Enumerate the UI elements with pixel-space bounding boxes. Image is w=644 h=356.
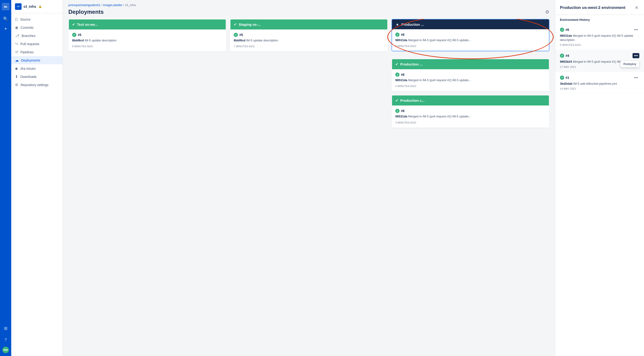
production-card-2-header: ✔ Production ... <box>392 59 549 69</box>
deployments-label: Deployments <box>21 58 40 62</box>
production-card-1-body: ✔ #6 98531da Merged in IM-5 (pull reques… <box>392 29 549 51</box>
staging-check-icon: ✔ <box>234 22 237 27</box>
source-icon: ⟨⟩ <box>15 17 18 21</box>
test-card-body: ✔ #5 8bbf8cd IM-5 update description 8 M… <box>69 29 226 51</box>
pipelines-label: Pipelines <box>20 50 34 54</box>
test-build-check: ✔ <box>72 33 76 37</box>
history-item-2: ✔ #4 ••• 9863b24 Merged in IM-5 (pull re… <box>555 50 644 72</box>
history-hash-1: 98531da <box>560 34 572 37</box>
production-card-3-header: ✔ Production c... <box>392 95 549 106</box>
redeploy-tooltip[interactable]: Redeploy <box>620 61 639 67</box>
history-build-num-3: #1 <box>566 76 569 80</box>
deployments-icon: ☁ <box>15 58 19 62</box>
history-commit-1: 98531da Merged in IM-5 (pull request #2)… <box>560 34 639 42</box>
staging-card[interactable]: ✔ Staging us-... ✔ #5 8bbf8cd IM-5 updat… <box>230 19 388 51</box>
sidebar-item-pipelines[interactable]: ↺ Pipelines <box>11 48 62 56</box>
sidebar-item-deployments[interactable]: ☁ Deployments <box>11 56 62 64</box>
test-commit-hash: 8bbf8cd <box>72 39 84 42</box>
nav-logo[interactable] <box>2 3 9 10</box>
production-card-2[interactable]: ✔ Production ... ✔ #6 98531da Merged in … <box>392 59 550 91</box>
history-msg-text-3: IM-5 add bitbucket-pipelines.yml <box>573 82 617 85</box>
commits-icon: ◉ <box>15 25 18 30</box>
right-panel-header: Production us-west-2 environment ✕ <box>555 0 644 15</box>
test-card-header: ✔ Test us-we... <box>69 19 226 29</box>
pull-requests-icon: ⥃ <box>15 42 18 46</box>
prod-commit-hash-3: 98531da <box>395 115 407 118</box>
prod-deploy-time-1: 5 MINUTES AGO <box>395 45 546 47</box>
env-history-list: ✔ #6 ••• 98531da Merged in IM-5 (pull re… <box>555 24 644 356</box>
prod-commit-hash-2: 98531da <box>395 78 407 82</box>
history-commit-3: 3bd2dab IM-5 add bitbucket-pipelines.yml <box>560 82 639 86</box>
history-item-3: ✔ #1 ••• 3bd2dab IM-5 add bitbucket-pipe… <box>555 72 644 94</box>
prod-build-check-2: ✔ <box>395 72 400 77</box>
jira-label: Jira issues <box>20 67 36 70</box>
sidebar-item-branches[interactable]: ⎇ Branches <box>11 31 62 40</box>
production-build-num-row-1: ✔ #6 <box>395 32 546 37</box>
production-column: ◉ Production ... ✔ #6 98531da Merged in … <box>392 19 550 132</box>
history-more-btn-2[interactable]: ••• <box>632 53 639 58</box>
staging-card-body: ✔ #5 8bbf8cd IM-5 update description 7 M… <box>230 29 387 51</box>
sidebar-item-jira-issues[interactable]: ◆ Jira issues <box>11 64 62 72</box>
deployments-content: ✔ Test us-we... ✔ #5 8bbf8cd IM-5 update… <box>63 19 555 356</box>
search-nav-icon[interactable]: 🔍 <box>1 14 10 24</box>
staging-deploy-time: 7 MINUTES AGO <box>234 45 384 48</box>
page-settings-icon[interactable]: ⚙ <box>545 9 550 15</box>
test-check-icon: ✔ <box>72 22 75 27</box>
test-build-num-row: ✔ #5 <box>72 33 222 37</box>
sidebar-item-downloads[interactable]: ⬇ Downloads <box>11 72 62 81</box>
breadcrumb-repo[interactable]: ImageLabeller <box>103 3 122 7</box>
test-card[interactable]: ✔ Test us-we... ✔ #5 8bbf8cd IM-5 update… <box>68 19 226 51</box>
env-history-label: Environment History <box>555 15 644 24</box>
history-more-btn-3[interactable]: ••• <box>632 75 639 80</box>
prod-commit-hash-1: 98531da <box>395 38 407 42</box>
history-build-2: ✔ #4 <box>560 54 569 58</box>
history-item-2-header: ✔ #4 ••• <box>560 53 639 58</box>
nav-bar: 🔍 + ⊞ ? WM <box>0 0 11 356</box>
prod-build-num-3: #6 <box>401 109 405 113</box>
history-hash-2: 9863b24 <box>560 60 572 63</box>
sidebar-item-commits[interactable]: ◉ Commits <box>11 23 62 31</box>
source-label: Source <box>20 17 30 21</box>
production-card-3[interactable]: ✔ Production c... ✔ #6 98531da Merged in… <box>392 95 550 128</box>
staging-card-header: ✔ Staging us-... <box>230 19 387 29</box>
staging-build-check: ✔ <box>234 33 238 37</box>
sidebar-item-source[interactable]: ⟨⟩ Source <box>11 15 62 23</box>
close-panel-button[interactable]: ✕ <box>634 4 639 11</box>
production-card-2-body: ✔ #6 98531da Merged in IM-5 (pull reques… <box>392 69 549 91</box>
production-dark-check: ◉ <box>395 22 400 26</box>
prod-build-num-1: #6 <box>401 33 405 36</box>
jira-icon: ◆ <box>15 66 18 71</box>
breadcrumb: pmmquickstartguides01 / ImageLabeller / … <box>63 0 555 7</box>
user-avatar[interactable]: WM <box>2 347 9 353</box>
history-item-1-header: ✔ #6 ••• <box>560 27 639 32</box>
page-title: Deployments <box>68 9 104 15</box>
sidebar-item-repo-settings[interactable]: ⚙ Repository settings <box>11 81 62 89</box>
history-build-num-1: #6 <box>566 28 569 31</box>
add-nav-icon[interactable]: + <box>2 24 9 34</box>
staging-commit-hash: 8bbf8cd <box>234 39 246 42</box>
staging-build-num: #5 <box>239 33 243 37</box>
help-nav-icon[interactable]: ? <box>2 335 9 345</box>
history-item-1: ✔ #6 ••• 98531da Merged in IM-5 (pull re… <box>555 24 644 50</box>
history-time-3: 14 MAY 2021 <box>560 87 639 90</box>
production-card-2-title: Production ... <box>400 62 423 66</box>
repo-settings-label: Repository settings <box>20 83 48 87</box>
prod-commit-3: 98531da Merged in IM-5 (pull request #2)… <box>395 114 546 119</box>
branches-icon: ⎇ <box>15 33 19 38</box>
production-card-1[interactable]: ◉ Production ... ✔ #6 98531da Merged in … <box>392 19 550 51</box>
breadcrumb-current: s3_infra <box>125 3 136 7</box>
prod-commit-2: 98531da Merged in IM-5 (pull request #2)… <box>395 78 546 82</box>
grid-nav-icon[interactable]: ⊞ <box>2 324 10 333</box>
test-commit: 8bbf8cd IM-5 update description <box>72 38 222 43</box>
sidebar-item-pull-requests[interactable]: ⥃ Pull requests <box>11 40 62 48</box>
prod-build-num-2: #6 <box>401 73 405 76</box>
sidebar: </> s3_infra 🔒 ⟨⟩ Source ◉ Commits ⎇ Bra… <box>11 0 63 356</box>
prod-check-3: ✔ <box>395 98 398 103</box>
history-check-3: ✔ <box>560 76 564 80</box>
history-time-1: 5 MINUTES AGO <box>560 43 639 46</box>
history-check-2: ✔ <box>560 54 564 58</box>
production-first-card-wrapper: ◉ Production ... ✔ #6 98531da Merged in … <box>392 19 550 55</box>
history-more-btn-1[interactable]: ••• <box>632 27 639 32</box>
history-item-3-header: ✔ #1 ••• <box>560 75 639 80</box>
breadcrumb-org[interactable]: pmmquickstartguides01 <box>68 3 100 7</box>
